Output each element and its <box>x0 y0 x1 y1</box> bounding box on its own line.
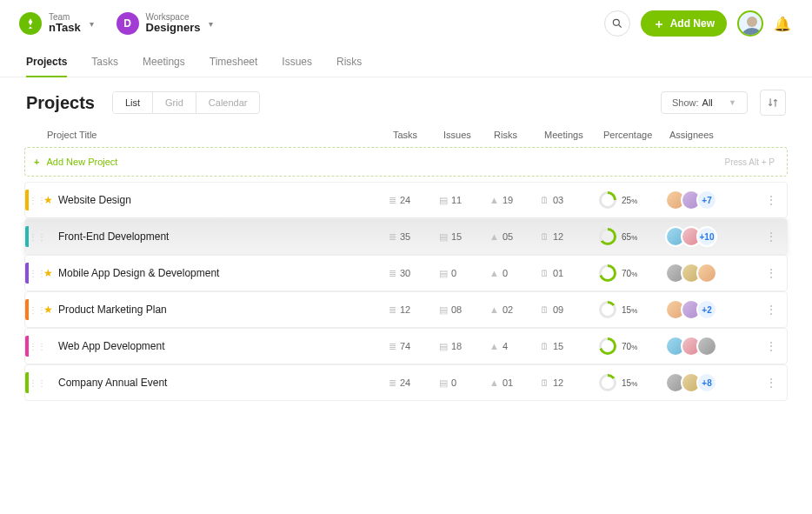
sort-button[interactable] <box>760 90 786 116</box>
search-button[interactable] <box>604 10 630 37</box>
progress-ring-icon <box>599 228 616 245</box>
row-menu-button[interactable]: ⋮ <box>761 193 782 207</box>
calendar-icon: 🗓 <box>540 304 549 315</box>
avatar[interactable] <box>696 336 717 357</box>
svg-point-3 <box>742 28 762 37</box>
row-menu-button[interactable]: ⋮ <box>761 376 782 390</box>
meetings-cell: 🗓15 <box>540 341 599 351</box>
drag-handle-icon[interactable]: ⋮⋮ <box>29 342 41 351</box>
risks-cell: ▲05 <box>489 231 540 242</box>
view-list[interactable]: List <box>113 92 152 113</box>
nav-tab-risks[interactable]: Risks <box>336 47 362 77</box>
drag-handle-icon[interactable]: ⋮⋮ <box>29 232 41 242</box>
meetings-cell: 🗓12 <box>540 231 599 242</box>
avatar[interactable] <box>696 263 717 284</box>
bell-icon[interactable]: 🔔 <box>774 16 791 32</box>
tasks-cell: ≣12 <box>389 304 439 316</box>
star-icon[interactable]: ★ <box>41 194 55 206</box>
project-row[interactable]: ⋮⋮ ★ Website Design ≣24 ▤11 ▲19 🗓03 25% … <box>24 182 788 218</box>
show-filter[interactable]: Show: All ▼ <box>661 91 748 114</box>
calendar-icon: 🗓 <box>540 195 549 205</box>
add-project-row[interactable]: + Add New Project Press Alt + P <box>24 147 788 177</box>
nav-tab-timesheet[interactable]: Timesheet <box>210 47 258 77</box>
risks-cell: ▲0 <box>489 268 540 278</box>
meetings-cell: 🗓01 <box>540 268 599 278</box>
doc-icon: ▤ <box>439 268 448 279</box>
drag-handle-icon[interactable]: ⋮⋮ <box>29 269 41 278</box>
row-menu-button[interactable]: ⋮ <box>761 303 782 317</box>
project-row[interactable]: ⋮⋮ ★ Product Marketing Plan ≣12 ▤08 ▲02 … <box>24 291 788 328</box>
row-menu-button[interactable]: ⋮ <box>761 230 782 244</box>
svg-line-1 <box>618 25 621 28</box>
more-assignees[interactable]: +2 <box>696 299 717 320</box>
risks-cell: ▲4 <box>489 341 540 351</box>
percentage-cell: 70% <box>599 264 665 282</box>
main-nav: ProjectsTasksMeetingsTimesheetIssuesRisk… <box>0 47 812 77</box>
percentage-cell: 25% <box>599 191 665 209</box>
list-icon: ≣ <box>389 231 396 243</box>
col-assignees: Assignees <box>669 130 765 140</box>
doc-icon: ▤ <box>439 195 448 206</box>
row-menu-button[interactable]: ⋮ <box>761 266 782 280</box>
more-assignees[interactable]: +8 <box>696 372 717 393</box>
app-root: Team nTask ▾ D Workspace Designers ▾ ＋ A… <box>0 0 812 514</box>
issues-cell: ▤0 <box>439 377 489 389</box>
add-new-button[interactable]: ＋ Add New <box>641 10 727 37</box>
meetings-cell: 🗓03 <box>540 195 599 205</box>
calendar-icon: 🗓 <box>540 341 549 351</box>
star-icon[interactable]: ★ <box>41 304 55 316</box>
more-assignees[interactable]: +10 <box>696 226 717 247</box>
project-row[interactable]: ⋮⋮ ★ Mobile App Design & Development ≣30… <box>24 255 788 291</box>
view-grid[interactable]: Grid <box>152 92 196 113</box>
chevron-down-icon: ▾ <box>90 19 94 29</box>
percentage-cell: 65% <box>599 228 665 245</box>
table-header: Project Title Tasks Issues Risks Meeting… <box>0 124 812 147</box>
warning-icon: ▲ <box>489 341 499 351</box>
team-crumb[interactable]: Team nTask ▾ <box>16 9 103 38</box>
progress-ring-icon <box>599 301 616 318</box>
drag-handle-icon[interactable]: ⋮⋮ <box>29 196 41 205</box>
meetings-cell: 🗓09 <box>540 304 599 315</box>
star-icon[interactable]: ★ <box>41 267 55 279</box>
doc-icon: ▤ <box>439 231 448 243</box>
risks-cell: ▲02 <box>489 304 540 315</box>
drag-handle-icon[interactable]: ⋮⋮ <box>29 305 41 315</box>
calendar-icon: 🗓 <box>540 231 549 242</box>
filter-label: Show: <box>672 97 699 108</box>
tasks-cell: ≣24 <box>389 377 439 389</box>
project-title: Product Marketing Plan <box>55 304 389 316</box>
chevron-down-icon: ▾ <box>209 19 213 29</box>
nav-tab-issues[interactable]: Issues <box>282 47 312 77</box>
project-row[interactable]: ⋮⋮ Front-End Development ≣35 ▤15 ▲05 🗓12… <box>24 218 788 255</box>
tasks-cell: ≣74 <box>389 341 439 352</box>
svg-point-2 <box>747 17 757 27</box>
assignees-cell: +10 <box>665 226 761 247</box>
assignees-cell: +2 <box>665 299 761 320</box>
doc-icon: ▤ <box>439 341 448 352</box>
more-assignees[interactable]: +7 <box>696 190 717 210</box>
drag-handle-icon[interactable]: ⋮⋮ <box>29 378 41 388</box>
issues-cell: ▤18 <box>439 341 489 352</box>
chevron-down-icon: ▼ <box>729 98 736 107</box>
nav-tab-tasks[interactable]: Tasks <box>91 47 118 77</box>
doc-icon: ▤ <box>439 377 448 389</box>
project-title: Mobile App Design & Development <box>55 267 389 279</box>
project-title: Company Annual Event <box>55 377 389 389</box>
team-name: nTask <box>49 22 81 34</box>
nav-tab-meetings[interactable]: Meetings <box>143 47 185 77</box>
project-row[interactable]: ⋮⋮ Company Annual Event ≣24 ▤0 ▲01 🗓12 1… <box>24 364 788 401</box>
tasks-cell: ≣24 <box>389 195 439 206</box>
project-rows: + Add New Project Press Alt + P ⋮⋮ ★ Web… <box>0 147 812 418</box>
view-calendar[interactable]: Calendar <box>196 92 260 113</box>
nav-tab-projects[interactable]: Projects <box>26 47 67 77</box>
issues-cell: ▤11 <box>439 195 489 206</box>
col-risks: Risks <box>494 130 544 140</box>
profile-avatar[interactable] <box>737 10 763 37</box>
project-row[interactable]: ⋮⋮ Web App Development ≣74 ▤18 ▲4 🗓15 70… <box>24 328 788 364</box>
workspace-crumb[interactable]: D Workspace Designers ▾ <box>113 9 223 38</box>
row-menu-button[interactable]: ⋮ <box>761 339 782 353</box>
project-title: Front-End Development <box>55 230 389 243</box>
list-icon: ≣ <box>389 268 396 279</box>
issues-cell: ▤15 <box>439 231 489 243</box>
projects-toolbar: Projects ListGridCalendar Show: All ▼ <box>0 77 812 124</box>
